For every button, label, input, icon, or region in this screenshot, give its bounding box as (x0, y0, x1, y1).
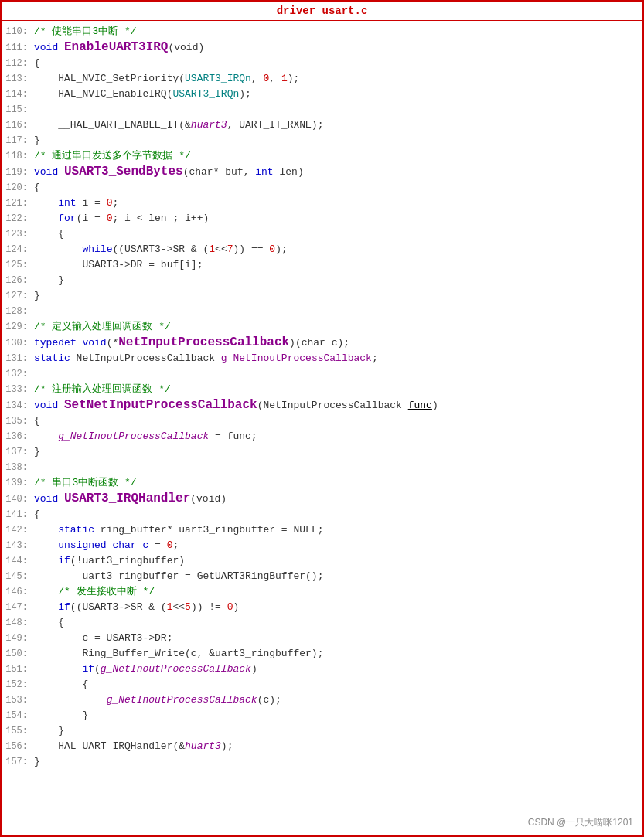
line-number: 150: (5, 646, 34, 662)
line-content: uart3_ringbuffer = GetUART3RingBuffer(); (34, 569, 639, 584)
line-number: 140: (5, 492, 34, 507)
line-number: 118: (5, 148, 34, 164)
code-line: 138: (2, 460, 642, 475)
line-content: /* 使能串口3中断 */ (34, 24, 639, 39)
code-line: 127: } (2, 288, 642, 304)
title-bar: driver_usart.c (2, 2, 642, 21)
line-number: 123: (5, 226, 34, 242)
line-content: typedef void(*NetInputProcessCallback)(c… (34, 335, 639, 351)
code-line: 113: HAL_NVIC_SetPriority(USART3_IRQn, 0… (2, 71, 642, 87)
line-content: /* 通过串口发送多个字节数据 */ (34, 148, 639, 164)
line-content: { (34, 507, 639, 522)
code-line: 151: if(g_NetInoutProcessCallback) (2, 662, 642, 677)
code-area: 110: /* 使能串口3中断 */ 111: void EnableUART3… (2, 21, 642, 773)
line-number: 122: (5, 211, 34, 226)
line-number: 117: (5, 133, 34, 148)
line-number: 138: (5, 460, 34, 475)
line-content (34, 102, 639, 117)
code-line: 135: { (2, 413, 642, 429)
line-number: 154: (5, 708, 34, 723)
line-content: if(!uart3_ringbuffer) (34, 553, 639, 569)
line-content: { (34, 56, 639, 71)
line-content: if((USART3->SR & (1<<5)) != 0) (34, 600, 639, 615)
line-number: 142: (5, 522, 34, 538)
code-line: 119: void USART3_SendBytes(char* buf, in… (2, 164, 642, 180)
line-content: for(i = 0; i < len ; i++) (34, 211, 639, 226)
code-line: 144: if(!uart3_ringbuffer) (2, 553, 642, 569)
line-number: 157: (5, 754, 34, 770)
line-content: { (34, 677, 639, 692)
code-line: 116: __HAL_UART_ENABLE_IT(&huart3, UART_… (2, 117, 642, 133)
line-number: 126: (5, 273, 34, 288)
line-content (34, 366, 639, 382)
line-content: int i = 0; (34, 196, 639, 211)
code-line: 111: void EnableUART3IRQ(void) (2, 39, 642, 56)
line-number: 120: (5, 180, 34, 196)
code-line: 125: USART3->DR = buf[i]; (2, 257, 642, 273)
line-content: { (34, 180, 639, 196)
line-number: 131: (5, 351, 34, 366)
line-content: c = USART3->DR; (34, 631, 639, 646)
line-content: void USART3_IRQHandler(void) (34, 491, 639, 507)
code-line: 137: } (2, 444, 642, 460)
line-content: HAL_NVIC_SetPriority(USART3_IRQn, 0, 1); (34, 71, 639, 87)
line-number: 124: (5, 242, 34, 257)
line-number: 146: (5, 584, 34, 600)
code-line: 132: (2, 366, 642, 382)
line-number: 119: (5, 165, 34, 180)
line-number: 141: (5, 507, 34, 522)
line-number: 135: (5, 413, 34, 429)
code-line: 150: Ring_Buffer_Write(c, &uart3_ringbuf… (2, 646, 642, 662)
code-line: 122: for(i = 0; i < len ; i++) (2, 211, 642, 226)
line-number: 143: (5, 538, 34, 553)
line-number: 116: (5, 117, 34, 133)
code-line: 147: if((USART3->SR & (1<<5)) != 0) (2, 600, 642, 615)
line-content: } (34, 133, 639, 148)
code-line: 121: int i = 0; (2, 196, 642, 211)
code-line: 139: /* 串口3中断函数 */ (2, 475, 642, 491)
code-line: 142: static ring_buffer* uart3_ringbuffe… (2, 522, 642, 538)
line-number: 152: (5, 677, 34, 692)
code-line: 155: } (2, 723, 642, 739)
line-number: 125: (5, 257, 34, 273)
line-content (34, 460, 639, 475)
code-line: 130: typedef void(*NetInputProcessCallba… (2, 335, 642, 351)
line-content: USART3->DR = buf[i]; (34, 257, 639, 273)
editor-window: driver_usart.c 110: /* 使能串口3中断 */ 111: v… (0, 0, 644, 837)
code-line: 154: } (2, 708, 642, 723)
line-content: g_NetInoutProcessCallback(c); (34, 692, 639, 708)
code-line: 153: g_NetInoutProcessCallback(c); (2, 692, 642, 708)
code-line: 146: /* 发生接收中断 */ (2, 584, 642, 600)
line-number: 114: (5, 87, 34, 102)
line-content: /* 定义输入处理回调函数 */ (34, 319, 639, 335)
line-number: 129: (5, 319, 34, 335)
line-content: __HAL_UART_ENABLE_IT(&huart3, UART_IT_RX… (34, 117, 639, 133)
line-number: 155: (5, 723, 34, 739)
code-line: 118: /* 通过串口发送多个字节数据 */ (2, 148, 642, 164)
code-line: 133: /* 注册输入处理回调函数 */ (2, 382, 642, 397)
code-line: 134: void SetNetInputProcessCallback(Net… (2, 397, 642, 413)
line-content: static NetInputProcessCallback g_NetInou… (34, 351, 639, 366)
line-number: 151: (5, 662, 34, 677)
line-content: { (34, 226, 639, 242)
line-number: 149: (5, 631, 34, 646)
line-content: if(g_NetInoutProcessCallback) (34, 662, 639, 677)
line-content: g_NetInoutProcessCallback = func; (34, 429, 639, 444)
line-content: } (34, 723, 639, 739)
code-line: 156: HAL_UART_IRQHandler(&huart3); (2, 739, 642, 754)
line-number: 127: (5, 288, 34, 304)
line-content: } (34, 288, 639, 304)
line-number: 115: (5, 102, 34, 117)
line-content: } (34, 273, 639, 288)
line-content: while((USART3->SR & (1<<7)) == 0); (34, 242, 639, 257)
line-content: } (34, 754, 639, 770)
line-content: } (34, 444, 639, 460)
code-line: 123: { (2, 226, 642, 242)
code-line: 115: (2, 102, 642, 117)
code-line: 124: while((USART3->SR & (1<<7)) == 0); (2, 242, 642, 257)
line-number: 147: (5, 600, 34, 615)
line-number: 133: (5, 382, 34, 397)
line-number: 144: (5, 553, 34, 569)
line-content: /* 注册输入处理回调函数 */ (34, 382, 639, 397)
line-content: unsigned char c = 0; (34, 538, 639, 553)
